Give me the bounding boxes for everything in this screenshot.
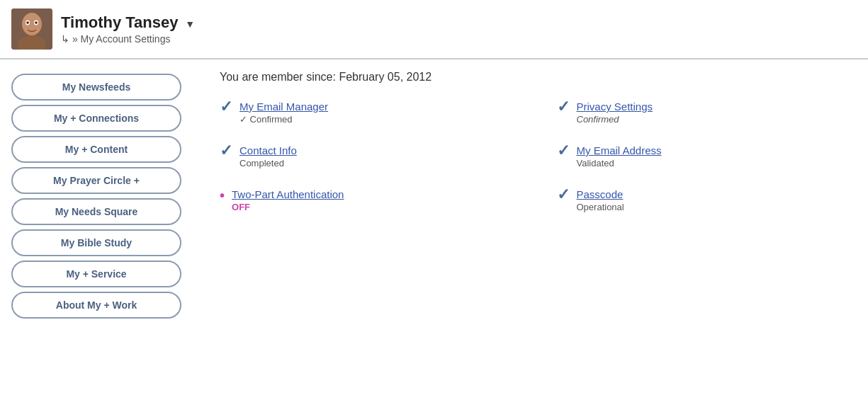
setting-text-two-part-authentication: Two-Part AuthenticationOFF [232, 188, 344, 212]
setting-status: OFF [232, 202, 344, 212]
setting-item-my-email-manager: ✓My Email Manager✓ Confirmed [220, 101, 514, 125]
settings-grid: ✓My Email Manager✓ Confirmed✓Privacy Set… [220, 101, 851, 212]
check-icon: ✓ [557, 143, 570, 159]
main-layout: My NewsfeedsMy + ConnectionsMy + Content… [0, 59, 868, 399]
setting-item-my-email-address: ✓My Email AddressValidated [557, 144, 852, 168]
bullet-icon: • [220, 187, 225, 204]
dropdown-arrow-icon[interactable]: ▼ [185, 18, 195, 30]
setting-link[interactable]: Two-Part Authentication [232, 188, 344, 200]
setting-item-passcode: ✓PasscodeOperational [557, 188, 852, 212]
sidebar-btn-about-my-work[interactable]: About My + Work [11, 292, 181, 319]
sidebar-btn-my-content[interactable]: My + Content [11, 136, 181, 163]
account-settings-link[interactable]: ↳ » My Account Settings [61, 33, 195, 45]
setting-item-two-part-authentication: •Two-Part AuthenticationOFF [220, 188, 514, 212]
check-icon: ✓ [557, 187, 570, 202]
sidebar-btn-my-prayer-circle[interactable]: My Prayer Circle + [11, 167, 181, 194]
sidebar-btn-my-service[interactable]: My + Service [11, 261, 181, 287]
header: Timothy Tansey ▼ ↳ » My Account Settings [0, 0, 868, 59]
setting-link[interactable]: My Email Address [577, 144, 662, 156]
svg-point-5 [26, 21, 29, 24]
user-name: Timothy Tansey [61, 13, 178, 31]
sidebar-btn-my-needs-square[interactable]: My Needs Square [11, 198, 181, 225]
sidebar-btn-my-newsfeeds[interactable]: My Newsfeeds [11, 74, 181, 101]
setting-status: Validated [577, 158, 662, 168]
setting-link[interactable]: Contact Info [239, 144, 297, 156]
header-text: Timothy Tansey ▼ ↳ » My Account Settings [61, 13, 195, 45]
sidebar-btn-my-bible-study[interactable]: My Bible Study [11, 229, 181, 256]
sidebar-btn-my-connections[interactable]: My + Connections [11, 105, 181, 132]
setting-status: Completed [239, 158, 297, 168]
check-icon: ✓ [220, 99, 232, 115]
sidebar: My NewsfeedsMy + ConnectionsMy + Content… [11, 71, 203, 388]
setting-status: Operational [577, 202, 624, 212]
svg-point-6 [35, 21, 38, 24]
check-icon: ✓ [220, 143, 232, 159]
setting-text-privacy-settings: Privacy SettingsConfirmed [577, 101, 653, 125]
setting-item-privacy-settings: ✓Privacy SettingsConfirmed [557, 101, 852, 125]
avatar [11, 8, 52, 50]
setting-status: ✓ Confirmed [239, 114, 328, 125]
member-since: You are member since: February 05, 2012 [220, 71, 851, 84]
setting-text-contact-info: Contact InfoCompleted [239, 144, 297, 168]
setting-text-my-email-address: My Email AddressValidated [577, 144, 662, 168]
setting-link[interactable]: Privacy Settings [577, 101, 653, 113]
setting-item-contact-info: ✓Contact InfoCompleted [220, 144, 514, 168]
setting-text-passcode: PasscodeOperational [577, 188, 624, 212]
user-name-line: Timothy Tansey ▼ [61, 13, 195, 32]
setting-text-my-email-manager: My Email Manager✓ Confirmed [239, 101, 328, 125]
setting-link[interactable]: My Email Manager [239, 101, 328, 113]
check-icon: ✓ [557, 99, 570, 115]
content-area: You are member since: February 05, 2012 … [203, 71, 868, 388]
setting-link[interactable]: Passcode [577, 188, 624, 200]
setting-status: Confirmed [577, 114, 653, 125]
